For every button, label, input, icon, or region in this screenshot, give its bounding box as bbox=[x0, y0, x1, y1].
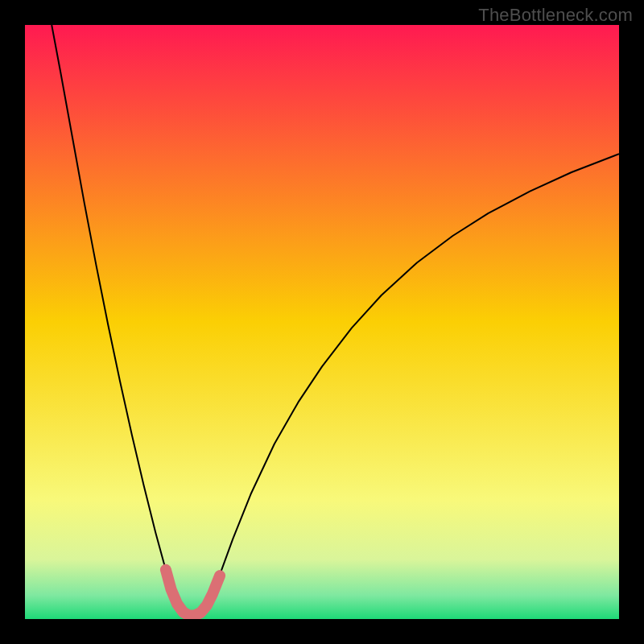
outer-frame: TheBottleneck.com bbox=[0, 0, 644, 644]
chart-svg bbox=[25, 25, 619, 619]
watermark-text: TheBottleneck.com bbox=[478, 5, 633, 26]
gradient-background bbox=[25, 25, 619, 619]
plot-area bbox=[25, 25, 619, 619]
